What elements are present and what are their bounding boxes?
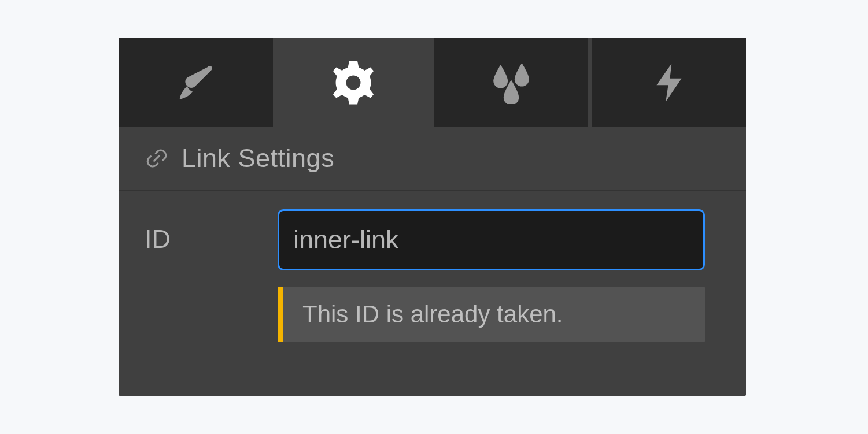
field-id-label: ID xyxy=(145,209,260,254)
field-id-row: ID This ID is already taken. xyxy=(119,191,746,342)
tab-actions[interactable] xyxy=(592,38,746,127)
id-warning-message: This ID is already taken. xyxy=(278,287,705,342)
gear-icon xyxy=(331,60,376,105)
drops-icon xyxy=(486,61,537,104)
section-title: Link Settings xyxy=(182,143,334,173)
bolt-icon xyxy=(652,62,686,103)
panel-tabs xyxy=(119,38,746,127)
tab-settings[interactable] xyxy=(276,38,431,127)
settings-panel: Link Settings ID This ID is already take… xyxy=(119,38,746,396)
brush-icon xyxy=(175,62,216,103)
link-icon xyxy=(145,146,169,170)
section-header: Link Settings xyxy=(119,127,746,191)
tab-effects[interactable] xyxy=(434,38,589,127)
id-input[interactable] xyxy=(278,209,705,270)
tab-style[interactable] xyxy=(119,38,273,127)
field-id-column: This ID is already taken. xyxy=(278,209,723,342)
